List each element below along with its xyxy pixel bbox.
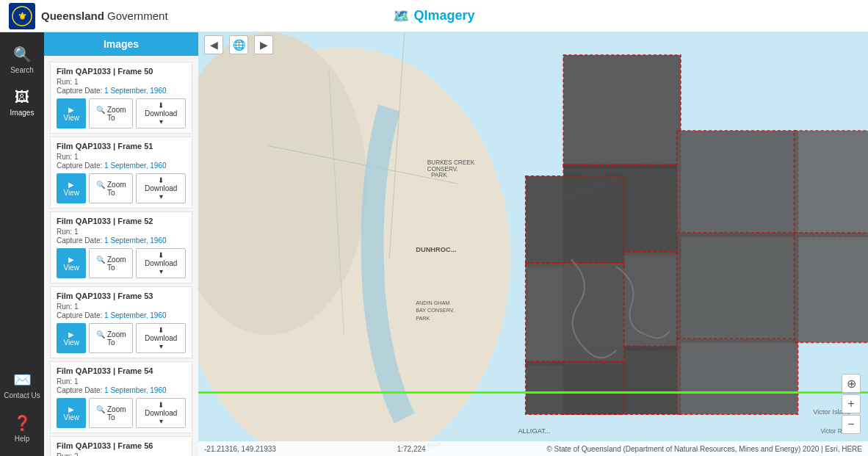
- film-capture: Capture Date: 1 September, 1960: [57, 162, 186, 170]
- svg-rect-30: [794, 233, 868, 342]
- film-title: Film QAP1033 | Frame 53: [57, 292, 186, 300]
- image-actions: ▶ View 🔍 Zoom To ⬇ Download ▾: [57, 98, 186, 129]
- map-locate-button[interactable]: ⊕: [842, 374, 861, 393]
- image-actions: ▶ View 🔍 Zoom To ⬇ Download ▾: [57, 398, 186, 428]
- map-back-button[interactable]: ◀: [204, 35, 223, 54]
- film-title: Film QAP1033 | Frame 50: [57, 67, 186, 76]
- film-title: Film QAP1033 | Frame 56: [57, 441, 186, 450]
- view-button[interactable]: ▶ View: [57, 398, 86, 428]
- film-title: Film QAP1033 | Frame 52: [57, 217, 186, 225]
- map-zoom-out-button[interactable]: −: [842, 415, 861, 434]
- zoom-to-button[interactable]: 🔍 Zoom To: [89, 323, 133, 353]
- sidebar-nav: 🔍 Search 🖼 Images ✉️ Contact Us ❓ Help: [0, 32, 44, 456]
- svg-rect-24: [526, 263, 624, 365]
- sidebar-contact-label: Contact Us: [4, 391, 40, 399]
- capture-date-link[interactable]: 1 September, 1960: [104, 386, 167, 394]
- contact-icon: ✉️: [13, 371, 32, 388]
- film-capture: Capture Date: 1 September, 1960: [57, 386, 186, 394]
- sidebar-item-search[interactable]: 🔍 Search: [0, 38, 44, 82]
- map-scale: 1:72,224: [397, 445, 426, 453]
- app-title-icon: 🗺️: [393, 8, 409, 24]
- film-run: Run: 2: [57, 452, 186, 456]
- map-canvas[interactable]: BURKES CREEK CONSERV. PARK DUNHROC... AN…: [198, 32, 868, 456]
- svg-rect-25: [526, 361, 624, 414]
- capture-date-link[interactable]: 1 September, 1960: [104, 162, 167, 170]
- logo-text: Queensland Government: [41, 10, 168, 22]
- svg-rect-19: [563, 55, 681, 169]
- map-area: ◀ 🌐 ▶ BURKES CREEK CONSERV. PARK DUNHROC…: [198, 32, 868, 456]
- svg-text:PARK: PARK: [431, 172, 447, 178]
- sidebar-images-label: Images: [10, 109, 35, 117]
- image-actions: ▶ View 🔍 Zoom To ⬇ Download ▾: [57, 248, 186, 278]
- sidebar-search-label: Search: [10, 66, 34, 74]
- svg-text:BAY CONSERV.: BAY CONSERV.: [416, 307, 455, 314]
- download-button[interactable]: ⬇ Download ▾: [136, 173, 186, 203]
- map-bottom-bar: -21.21316, 149.21933 1:72,224 © State of…: [198, 441, 868, 456]
- image-actions: ▶ View 🔍 Zoom To ⬇ Download ▾: [57, 173, 186, 203]
- map-zoom-in-button[interactable]: +: [842, 394, 861, 413]
- download-button[interactable]: ⬇ Download ▾: [136, 398, 186, 428]
- sidebar-item-help[interactable]: ❓ Help: [0, 407, 44, 450]
- sidebar-help-label: Help: [15, 435, 30, 443]
- film-run: Run: 1: [57, 303, 186, 311]
- zoom-to-button[interactable]: 🔍 Zoom To: [89, 173, 133, 203]
- sidebar-item-images[interactable]: 🖼 Images: [0, 82, 44, 124]
- app-header: ⚜ Queensland Government 🗺️ QImagery: [0, 0, 868, 32]
- app-title-text: QImagery: [413, 8, 474, 23]
- main-content: 🔍 Search 🖼 Images ✉️ Contact Us ❓ Help I…: [0, 32, 868, 456]
- svg-rect-29: [794, 131, 868, 236]
- film-title: Film QAP1033 | Frame 54: [57, 366, 186, 375]
- sidebar-bottom: ✉️ Contact Us ❓ Help: [0, 363, 44, 450]
- svg-text:ALLIGAT...: ALLIGAT...: [518, 427, 550, 435]
- svg-rect-26: [677, 131, 798, 236]
- view-button[interactable]: ▶ View: [57, 98, 86, 129]
- map-forward-button[interactable]: ▶: [254, 35, 273, 54]
- capture-date-link[interactable]: 1 September, 1960: [104, 311, 167, 319]
- svg-text:DUNHROC...: DUNHROC...: [416, 246, 456, 253]
- view-button[interactable]: ▶ View: [57, 173, 86, 203]
- capture-date-link[interactable]: 1 September, 1960: [104, 236, 167, 245]
- map-coordinates: -21.21316, 149.21933: [204, 445, 276, 453]
- image-list-item: Film QAP1033 | Frame 51 Run: 1 Capture D…: [50, 137, 192, 209]
- zoom-to-button[interactable]: 🔍 Zoom To: [89, 398, 133, 428]
- film-run: Run: 1: [57, 377, 186, 386]
- svg-text:PARK: PARK: [416, 315, 430, 322]
- image-list-item: Film QAP1033 | Frame 56 Run: 2 Capture D…: [50, 436, 192, 456]
- film-title: Film QAP1033 | Frame 51: [57, 142, 186, 151]
- zoom-to-button[interactable]: 🔍 Zoom To: [89, 248, 133, 278]
- images-panel-header: Images: [44, 32, 198, 56]
- download-button[interactable]: ⬇ Download ▾: [136, 98, 186, 129]
- logo: ⚜ Queensland Government: [9, 3, 168, 29]
- film-run: Run: 1: [57, 153, 186, 161]
- film-run: Run: 1: [57, 228, 186, 236]
- svg-rect-23: [526, 176, 624, 267]
- queensland-crest-icon: ⚜: [9, 3, 35, 29]
- map-zoom-controls: ⊕ + −: [842, 374, 861, 434]
- download-button[interactable]: ⬇ Download ▾: [136, 248, 186, 278]
- view-button[interactable]: ▶ View: [57, 248, 86, 278]
- map-toolbar: ◀ 🌐 ▶: [198, 32, 868, 57]
- images-list[interactable]: Film QAP1033 | Frame 50 Run: 1 Capture D…: [44, 56, 198, 456]
- svg-rect-27: [677, 233, 798, 342]
- sidebar-item-contact[interactable]: ✉️ Contact Us: [0, 363, 44, 407]
- film-capture: Capture Date: 1 September, 1960: [57, 87, 186, 95]
- film-capture: Capture Date: 1 September, 1960: [57, 311, 186, 319]
- svg-text:ANDIN GHAM: ANDIN GHAM: [416, 300, 449, 306]
- capture-date-link[interactable]: 1 September, 1960: [104, 87, 167, 95]
- download-button[interactable]: ⬇ Download ▾: [136, 323, 186, 353]
- image-list-item: Film QAP1033 | Frame 50 Run: 1 Capture D…: [50, 62, 192, 134]
- map-globe-button[interactable]: 🌐: [229, 35, 248, 54]
- search-icon: 🔍: [13, 46, 32, 63]
- image-actions: ▶ View 🔍 Zoom To ⬇ Download ▾: [57, 323, 186, 353]
- film-capture: Capture Date: 1 September, 1960: [57, 236, 186, 245]
- svg-text:⚜: ⚜: [18, 10, 27, 22]
- view-button[interactable]: ▶ View: [57, 323, 86, 353]
- help-icon: ❓: [13, 414, 32, 432]
- zoom-to-button[interactable]: 🔍 Zoom To: [89, 98, 133, 129]
- svg-rect-28: [677, 339, 798, 414]
- images-icon: 🖼: [15, 89, 29, 106]
- image-list-item: Film QAP1033 | Frame 54 Run: 1 Capture D…: [50, 361, 192, 433]
- map-attribution: © State of Queensland (Department of Nat…: [546, 445, 862, 453]
- image-list-item: Film QAP1033 | Frame 52 Run: 1 Capture D…: [50, 211, 192, 283]
- app-title: 🗺️ QImagery: [393, 8, 474, 24]
